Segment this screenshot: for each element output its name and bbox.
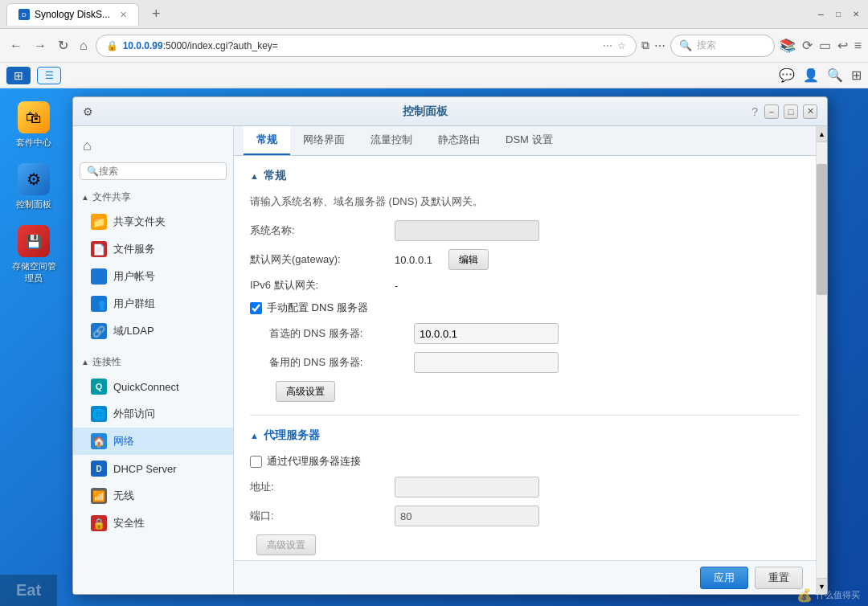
dns-manual-checkbox[interactable] <box>250 302 262 314</box>
sidebar-item-user-accounts[interactable]: 👤 用户帐号 <box>73 263 233 290</box>
fullscreen-icon[interactable]: ▭ <box>819 38 831 53</box>
back-btn[interactable]: ← <box>6 35 26 56</box>
sidebar-item-quickconnect[interactable]: Q QuickConnect <box>73 373 233 400</box>
primary-dns-row: 首选的 DNS 服务器: <box>269 323 800 344</box>
sidebar-item-external-access[interactable]: 🌐 外部访问 <box>73 400 233 428</box>
desktop-menu-icon[interactable]: ⊞ <box>851 68 862 83</box>
connectivity-label: 连接性 <box>92 355 121 369</box>
cp-body: ⌂ 🔍 ▲ 文件共享 📁 <box>73 126 827 594</box>
sidebar-item-network[interactable]: 🏠 网络 <box>73 428 233 455</box>
sidebar-item-user-groups[interactable]: 👥 用户群组 <box>73 290 233 317</box>
toolbar-right-icons: 📚 ⟳ ▭ ↩ ≡ <box>780 38 862 53</box>
desktop-search-icon[interactable]: 🔍 <box>827 68 843 83</box>
library-icon[interactable]: 📚 <box>780 38 796 53</box>
browser-tab[interactable]: D Synology DiskS... ✕ <box>6 3 139 26</box>
user-icon[interactable]: 👤 <box>803 68 819 83</box>
address-bar[interactable]: 🔒 10.0.0.99:5000/index.cgi?auth_key= ⋯ ☆ <box>96 35 637 57</box>
desktop-icon-storage[interactable]: 💾 存储空间管理员 <box>6 220 61 289</box>
system-name-label: 系统名称: <box>250 223 395 238</box>
sidebar-section-file-sharing-header[interactable]: ▲ 文件共享 <box>73 186 233 208</box>
sidebar-item-dhcp-server[interactable]: D DHCP Server <box>73 455 233 482</box>
right-scrollbar[interactable]: ▲ ▼ <box>816 126 827 594</box>
apply-btn[interactable]: 应用 <box>700 567 748 589</box>
storage-label: 存储空间管理员 <box>10 260 58 285</box>
sidebar-search-input[interactable] <box>99 166 219 177</box>
browser-maximize-btn[interactable]: □ <box>833 9 844 20</box>
back2-icon[interactable]: ↩ <box>837 38 848 53</box>
cp-titlebar: ⚙ 控制面板 ? − □ ✕ <box>73 97 827 126</box>
bookmark-grid-icon[interactable]: ⊞ <box>6 67 31 84</box>
sidebar-search[interactable]: 🔍 <box>80 162 227 180</box>
toolbar-icons: ⧉ ⋯ <box>641 39 665 52</box>
proxy-connect-checkbox[interactable] <box>250 456 262 468</box>
share-icon[interactable]: ⧉ <box>641 39 649 52</box>
proxy-advanced-row: 高级设置 <box>250 534 800 555</box>
wireless-icon: 📶 <box>91 488 107 504</box>
tab-static-routes[interactable]: 静态路由 <box>425 126 493 155</box>
scroll-up-btn[interactable]: ▲ <box>817 126 827 142</box>
sidebar-search-icon: 🔍 <box>87 166 99 177</box>
cp-content-area: ▲ 常规 请输入系统名称、域名服务器 (DNS) 及默认网关。 系统名称: 默认… <box>234 156 816 560</box>
search-box[interactable]: 🔍 搜索 <box>670 35 775 57</box>
search-icon: 🔍 <box>679 39 692 51</box>
sidebar-item-domain-ldap[interactable]: 🔗 域/LDAP <box>73 317 233 345</box>
bookmark-list-icon[interactable]: ☰ <box>37 67 61 84</box>
cp-close-btn[interactable]: ✕ <box>803 104 817 119</box>
browser-win-controls: − □ ✕ <box>815 9 862 20</box>
sidebar-item-wireless[interactable]: 📶 无线 <box>73 482 233 510</box>
chat-icon[interactable]: 💬 <box>779 68 795 83</box>
primary-dns-input[interactable] <box>414 323 559 344</box>
cp-help-btn[interactable]: ? <box>751 105 758 118</box>
file-services-label: 文件服务 <box>113 242 155 256</box>
security-label: 安全性 <box>113 516 145 530</box>
general-arrow-icon: ▲ <box>250 171 259 181</box>
tab-general[interactable]: 常规 <box>244 126 290 155</box>
connectivity-arrow-icon: ▲ <box>81 358 89 366</box>
desktop-icon-control-panel[interactable]: ⚙ 控制面板 <box>6 158 61 215</box>
sidebar-item-shared-folders[interactable]: 📁 共享文件夹 <box>73 208 233 235</box>
browser-minimize-btn[interactable]: − <box>815 9 826 20</box>
tab-close-btn[interactable]: ✕ <box>120 10 127 20</box>
sidebar-item-file-services[interactable]: 📄 文件服务 <box>73 235 233 263</box>
secondary-dns-row: 备用的 DNS 服务器: <box>269 352 800 373</box>
bookmark-icon[interactable]: ☆ <box>617 40 626 51</box>
edit-gateway-btn[interactable]: 编辑 <box>448 249 489 270</box>
forward-btn[interactable]: → <box>31 35 50 56</box>
proxy-section-header[interactable]: ▲ 代理服务器 <box>250 428 800 443</box>
reset-btn[interactable]: 重置 <box>755 567 803 589</box>
tab-traffic-control[interactable]: 流量控制 <box>358 126 425 155</box>
new-tab-btn[interactable]: + <box>145 6 167 23</box>
desktop-icon-package-center[interactable]: 🛍 套件中心 <box>6 96 61 154</box>
shared-folders-label: 共享文件夹 <box>113 215 166 229</box>
reload-btn[interactable]: ↻ <box>55 35 72 56</box>
general-advanced-btn[interactable]: 高级设置 <box>276 381 335 402</box>
sidebar-home-btn[interactable]: ⌂ <box>73 133 233 159</box>
browser-close-btn[interactable]: ✕ <box>850 9 862 20</box>
cp-restore-btn[interactable]: □ <box>784 104 798 119</box>
domain-ldap-label: 域/LDAP <box>113 324 154 338</box>
search-placeholder: 搜索 <box>697 39 716 52</box>
proxy-address-input[interactable] <box>395 477 539 497</box>
sidebar-item-security[interactable]: 🔒 安全性 <box>73 510 233 537</box>
file-sharing-arrow-icon: ▲ <box>81 193 89 202</box>
proxy-address-row: 地址: <box>250 477 800 497</box>
tab-dsm-settings[interactable]: DSM 设置 <box>493 126 566 155</box>
sync-icon[interactable]: ⟳ <box>802 38 813 53</box>
system-name-input[interactable] <box>395 220 539 241</box>
sidebar-section-connectivity-header[interactable]: ▲ 连接性 <box>73 351 233 373</box>
secondary-dns-input[interactable] <box>414 352 559 373</box>
scroll-thumb[interactable] <box>817 164 827 295</box>
tab-network-interface[interactable]: 网络界面 <box>290 126 358 155</box>
cp-footer: 应用 重置 <box>234 560 816 594</box>
proxy-advanced-btn[interactable]: 高级设置 <box>256 534 316 555</box>
hamburger-icon[interactable]: ≡ <box>854 39 862 53</box>
proxy-port-input[interactable] <box>395 506 539 526</box>
external-access-label: 外部访问 <box>113 407 155 421</box>
cp-minimize-btn[interactable]: − <box>764 104 779 119</box>
advanced-settings-row: 高级设置 <box>269 381 800 402</box>
proxy-port-row: 端口: <box>250 506 800 526</box>
menu-dots-icon[interactable]: ⋯ <box>654 39 665 52</box>
general-section-header[interactable]: ▲ 常规 <box>250 169 800 183</box>
ipv6-gateway-row: IPv6 默认网关: - <box>250 278 800 293</box>
home-btn[interactable]: ⌂ <box>76 35 91 56</box>
